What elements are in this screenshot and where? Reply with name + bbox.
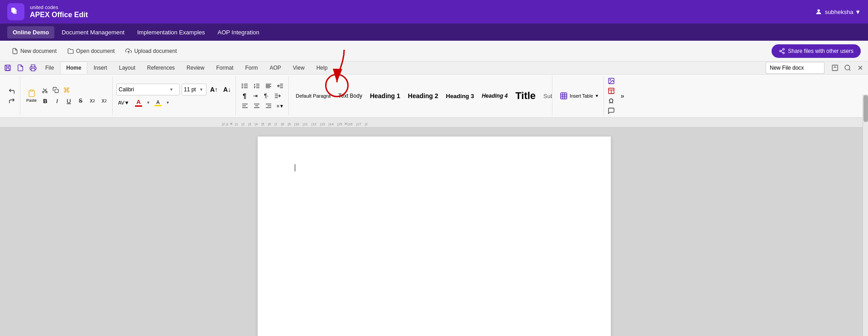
font-family-arrow[interactable]: ▼ [168, 86, 174, 93]
nav-item-aop-integration[interactable]: AOP Integration [212, 26, 265, 38]
cut-button[interactable] [40, 85, 50, 95]
paste-button[interactable]: Paste [24, 88, 39, 104]
outdent-icon [277, 82, 284, 90]
copy-button[interactable] [51, 85, 61, 95]
font-color-button[interactable]: A [132, 97, 145, 108]
ribbon: File Home Insert Layout References Revie… [0, 62, 868, 118]
user-menu[interactable]: subheksha ▼ [815, 8, 861, 15]
format-painter-button[interactable] [62, 85, 72, 95]
tab-format[interactable]: Format [211, 62, 239, 74]
style-subtitle-button[interactable]: Subtitle [540, 89, 552, 103]
share-files-button[interactable]: Share files with other users [772, 44, 861, 58]
more-button[interactable]: » [618, 91, 628, 100]
tab-layout[interactable]: Layout [114, 62, 141, 74]
svg-rect-17 [30, 90, 33, 91]
align-right-button[interactable] [263, 101, 274, 110]
cut-icon [42, 87, 48, 93]
subscript-button[interactable]: X2 [87, 95, 98, 106]
style-title-button[interactable]: Title [512, 89, 539, 103]
document-page[interactable] [258, 137, 611, 336]
company-name: united codes [30, 5, 88, 10]
svg-line-8 [781, 51, 783, 52]
italic-button[interactable]: I [52, 95, 62, 106]
comment-button[interactable] [606, 106, 617, 115]
align-center-button[interactable] [251, 101, 262, 110]
open-document-button[interactable]: Open document [63, 45, 119, 57]
ribbon-save-icon[interactable] [2, 62, 14, 74]
ribbon-doc-icon[interactable] [14, 62, 26, 74]
align-left2-button[interactable] [240, 101, 250, 110]
ordered-list-button[interactable] [251, 81, 262, 90]
tab-review[interactable]: Review [181, 62, 210, 74]
outdent-button[interactable] [275, 81, 286, 90]
style-text-body-button[interactable]: Text Body [335, 89, 365, 103]
style-heading4-button[interactable]: Heading 4 [479, 89, 511, 103]
nav-item-online-demo[interactable]: Online Demo [7, 26, 54, 38]
bold-button[interactable]: B [40, 95, 51, 106]
svg-point-5 [783, 48, 785, 50]
ltr-button[interactable]: ¶· [261, 91, 271, 100]
style-heading1-button[interactable]: Heading 1 [367, 89, 403, 103]
svg-rect-51 [561, 93, 567, 99]
tab-form[interactable]: Form [240, 62, 263, 74]
strikethrough-button[interactable]: S [75, 95, 86, 106]
nav-item-document-mgmt[interactable]: Document Management [56, 26, 130, 38]
redo-button[interactable] [6, 96, 17, 105]
upload-icon [125, 48, 132, 54]
new-document-button[interactable]: New document [7, 45, 61, 57]
undo-button[interactable] [6, 87, 17, 96]
undo-redo-group [4, 76, 20, 115]
ribbon-tabs: File Home Insert Layout References Revie… [0, 62, 868, 75]
font-size-input[interactable] [184, 86, 198, 93]
font-family-selector[interactable]: ▼ [116, 84, 180, 95]
list-align-group: ¶ ⇥ ¶· ≡▼ [237, 76, 289, 115]
av-spacing-button[interactable]: AV▼ [116, 97, 131, 108]
font-size-arrow[interactable]: ▼ [198, 86, 204, 93]
file-name-input[interactable] [766, 62, 825, 74]
svg-rect-22 [55, 89, 58, 93]
indent-button[interactable] [272, 91, 283, 100]
tab-file[interactable]: File [40, 62, 59, 74]
logo-text: united codes APEX Office Edit [30, 5, 88, 19]
align-left-button[interactable] [263, 81, 274, 90]
align-center-icon [253, 102, 260, 109]
tab-home[interactable]: Home [60, 62, 87, 74]
omega-button[interactable]: Ω [606, 96, 617, 105]
app-title: APEX Office Edit [30, 10, 88, 19]
tab-insert[interactable]: Insert [88, 62, 113, 74]
superscript-button[interactable]: X2 [99, 95, 110, 106]
tab-references[interactable]: References [142, 62, 180, 74]
tab-help[interactable]: Help [311, 62, 333, 74]
close-icon[interactable] [854, 62, 866, 74]
collapse-ribbon-icon[interactable] [829, 62, 841, 74]
table-insert-button[interactable] [606, 86, 617, 95]
tab-aop[interactable]: AOP [264, 62, 286, 74]
style-default-button[interactable]: Default Paragra [293, 89, 334, 103]
rtl-button[interactable]: ⇥ [250, 91, 260, 100]
font-shrink-button[interactable]: A↓ [221, 85, 233, 94]
svg-point-18 [43, 91, 44, 93]
vertical-scrollbar[interactable] [863, 128, 868, 336]
highlight-button[interactable]: A [151, 97, 165, 108]
image-button[interactable] [606, 76, 617, 85]
find-icon[interactable] [842, 62, 854, 74]
unordered-list-button[interactable] [240, 81, 250, 90]
paragraph-mark-button[interactable]: ¶ [240, 91, 249, 100]
line-spacing-button[interactable]: ≡▼ [275, 101, 286, 110]
font-family-input[interactable] [119, 86, 168, 93]
svg-rect-12 [832, 65, 838, 71]
ribbon-print-icon[interactable] [27, 62, 39, 74]
svg-rect-11 [31, 68, 35, 71]
underline-button[interactable]: U [63, 95, 74, 106]
copy-icon [53, 87, 59, 93]
upload-document-button[interactable]: Upload document [121, 45, 181, 57]
style-heading3-button[interactable]: Heading 3 [443, 89, 477, 103]
tab-view[interactable]: View [288, 62, 310, 74]
insert-table-button[interactable]: Insert Table ▼ [556, 90, 602, 102]
align-right-icon [265, 102, 272, 109]
style-heading2-button[interactable]: Heading 2 [405, 89, 441, 103]
user-icon [815, 8, 822, 15]
font-grow-button[interactable]: A↑ [208, 85, 220, 94]
nav-item-implementation[interactable]: Implementation Examples [132, 26, 211, 38]
font-size-selector[interactable]: ▼ [182, 84, 206, 95]
